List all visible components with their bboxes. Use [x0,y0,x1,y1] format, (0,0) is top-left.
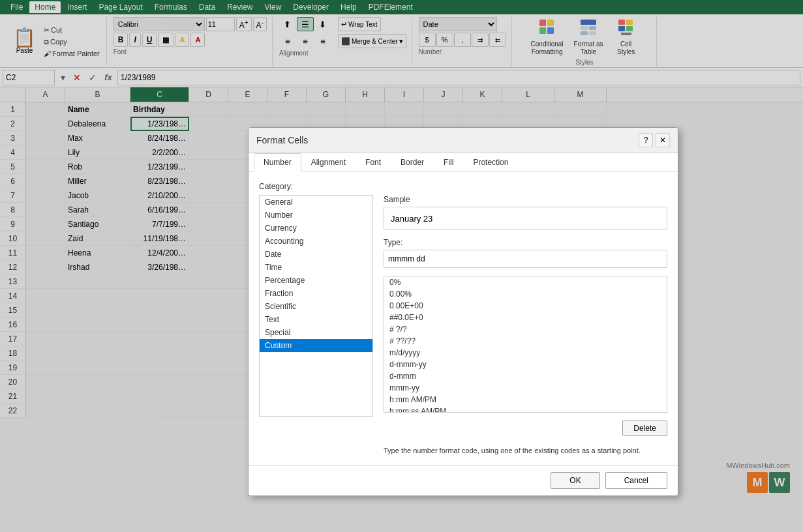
tab-protection[interactable]: Protection [463,153,518,171]
list-item[interactable]: d-mmm-yy [384,359,667,370]
list-item[interactable]: h:mm AM/PM [384,394,667,406]
category-accounting[interactable]: Accounting [260,235,372,248]
category-scientific[interactable]: Scientific [260,300,372,313]
category-date[interactable]: Date [260,248,372,261]
dialog-help-button[interactable]: ? [639,133,653,147]
format-cells-dialog: Format Cells ? ✕ Number Alignment Font B… [248,127,678,418]
tab-number[interactable]: Number [254,153,301,171]
type-list[interactable]: 0% 0.00% 0.00E+00 ##0.0E+0 # ?/? # ??/??… [384,276,667,413]
type-list-container: 0% 0.00% 0.00E+00 ##0.0E+0 # ?/? # ??/??… [384,276,667,413]
list-item[interactable]: d-mmm [384,370,667,382]
list-item[interactable]: # ??/?? [384,335,667,347]
list-item[interactable]: m/d/yyyy [384,347,667,359]
sample-box: January 23 [384,207,667,230]
dialog-body: Category: General Number Currency Accoun… [249,171,678,418]
dialog-overlay: Format Cells ? ✕ Number Alignment Font B… [0,0,803,418]
category-time[interactable]: Time [260,261,372,274]
category-label: Category: [259,182,667,191]
dialog-title: Format Cells [256,135,308,145]
tab-fill[interactable]: Fill [434,153,463,171]
tab-alignment[interactable]: Alignment [301,153,356,171]
list-item[interactable]: ##0.0E+0 [384,312,667,323]
type-label: Type: [384,238,667,247]
list-item[interactable]: # ?/? [384,323,667,335]
list-item[interactable]: h:mm:ss AM/PM [384,406,667,413]
category-currency[interactable]: Currency [260,222,372,235]
dialog-main: General Number Currency Accounting Date … [259,195,667,418]
list-item[interactable]: mmm-yy [384,382,667,394]
sample-label: Sample [384,195,667,204]
dialog-title-bar: Format Cells ? ✕ [249,128,678,153]
sample-value: January 23 [391,214,432,224]
category-number[interactable]: Number [260,209,372,222]
category-special[interactable]: Special [260,326,372,339]
dialog-close-button[interactable]: ✕ [656,133,670,147]
list-item[interactable]: 0.00% [384,288,667,300]
right-panel: Sample January 23 Type: 0% 0.00% 0.0 [384,195,667,418]
tab-font[interactable]: Font [356,153,391,171]
list-item[interactable]: 0% [384,276,667,288]
list-item[interactable]: 0.00E+00 [384,300,667,312]
category-list[interactable]: General Number Currency Accounting Date … [259,195,373,417]
dialog-controls: ? ✕ [639,133,670,147]
tab-border[interactable]: Border [391,153,434,171]
category-percentage[interactable]: Percentage [260,274,372,287]
category-general[interactable]: General [260,196,372,209]
type-input[interactable] [384,250,667,268]
category-text[interactable]: Text [260,313,372,326]
dialog-tabs: Number Alignment Font Border Fill Protec… [249,153,678,171]
category-fraction[interactable]: Fraction [260,287,372,300]
category-custom[interactable]: Custom [260,339,372,352]
